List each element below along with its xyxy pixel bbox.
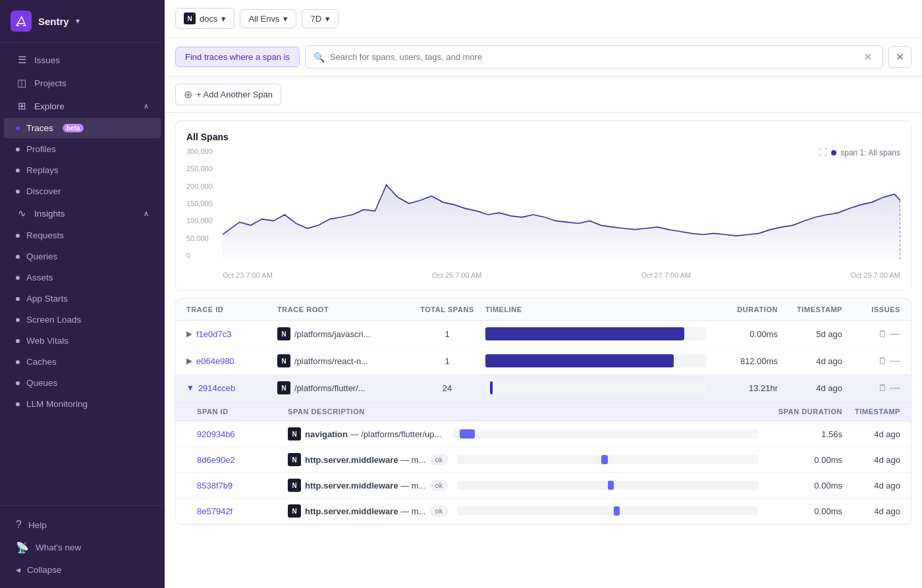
expand-row-button[interactable]: ▶ bbox=[186, 356, 192, 365]
sidebar-item-llm[interactable]: LLM Monitoring bbox=[4, 394, 161, 414]
trace-root-path: /platforms/flutter/... bbox=[294, 383, 366, 393]
y-label: 200,000 bbox=[186, 182, 223, 190]
sub-row: 8e57942f N http.server.middleware — m...… bbox=[176, 498, 911, 524]
chart-line-svg bbox=[223, 147, 900, 259]
y-label: 250,000 bbox=[186, 165, 223, 173]
trace-id-cell: ▼ 2914cceb bbox=[186, 383, 272, 393]
sidebar-item-requests[interactable]: Requests bbox=[4, 225, 161, 246]
span-timestamp-cell: 4d ago bbox=[848, 429, 900, 439]
span-id-link[interactable]: 8538f7b9 bbox=[197, 481, 232, 491]
trace-root-cell: N /platforms/javascri... bbox=[277, 327, 409, 340]
sidebar-item-projects[interactable]: ◫ Projects bbox=[4, 72, 161, 94]
col-timestamp: TIMESTAMP bbox=[783, 306, 842, 313]
sidebar-item-label: Issues bbox=[34, 55, 60, 65]
span-id-link[interactable]: 8e57942f bbox=[197, 506, 232, 516]
sidebar-item-whats-new[interactable]: 📡 What's new bbox=[4, 536, 161, 559]
y-label: 300,000 bbox=[186, 147, 223, 155]
sidebar-footer: ? Help 📡 What's new ◂ Collapse bbox=[0, 505, 165, 588]
sidebar-item-app-starts[interactable]: App Starts bbox=[4, 288, 161, 309]
search-input[interactable] bbox=[330, 52, 855, 62]
find-traces-button[interactable]: Find traces where a span is bbox=[175, 47, 300, 67]
active-dot bbox=[16, 126, 20, 130]
trace-root-path: /platforms/react-n... bbox=[294, 356, 368, 366]
span-id-link[interactable]: 8d6e90e2 bbox=[197, 455, 235, 465]
dot-icon bbox=[16, 234, 20, 238]
llm-label: LLM Monitoring bbox=[26, 399, 88, 409]
timeline-bar bbox=[485, 354, 674, 367]
span-desc-cell: N http.server.middleware — m... ok bbox=[288, 504, 758, 518]
env-selector[interactable]: All Envs ▾ bbox=[240, 9, 296, 28]
help-icon: ? bbox=[16, 519, 22, 531]
sidebar-item-discover[interactable]: Discover bbox=[4, 181, 161, 201]
dot-icon bbox=[16, 190, 20, 194]
sidebar-item-label: Projects bbox=[34, 78, 67, 88]
time-selector[interactable]: 7D ▾ bbox=[302, 9, 339, 28]
n-badge: N bbox=[277, 354, 290, 367]
dot-icon bbox=[16, 402, 20, 406]
issue-icon[interactable]: 🗒 bbox=[878, 356, 887, 366]
chart-y-axis: 300,000 250,000 200,000 150,000 100,000 … bbox=[186, 147, 223, 259]
project-selector[interactable]: N docs ▾ bbox=[175, 8, 234, 29]
span-id-link[interactable]: 920934b6 bbox=[197, 429, 235, 439]
sidebar-item-queues[interactable]: Queues bbox=[4, 373, 161, 393]
project-icon: N bbox=[184, 13, 196, 24]
issue-icon[interactable]: 🗒 bbox=[878, 383, 887, 393]
insights-icon: ∿ bbox=[16, 207, 28, 219]
spans-count: 1 bbox=[414, 329, 480, 339]
span-desc-cell: N navigation — /platforms/flutter/up... bbox=[288, 427, 758, 441]
col-issues: ISSUES bbox=[848, 306, 900, 313]
sidebar-insights-section[interactable]: ∿ Insights ∧ bbox=[4, 202, 161, 225]
profiles-label: Profiles bbox=[26, 144, 56, 154]
y-label: 100,000 bbox=[186, 217, 223, 225]
queues-label: Queues bbox=[26, 378, 57, 388]
clear-search-button[interactable]: ✕ bbox=[861, 51, 875, 63]
sub-row: 8538f7b9 N http.server.middleware — m...… bbox=[176, 473, 911, 498]
add-span-label: + Add Another Span bbox=[196, 90, 273, 99]
span-desc: http.server.middleware — m... bbox=[305, 455, 426, 465]
issue-icon[interactable]: 🗒 bbox=[878, 329, 887, 339]
sub-col-span-id: SPAN ID bbox=[197, 408, 283, 415]
sidebar-item-traces[interactable]: Traces beta bbox=[4, 118, 161, 138]
sidebar-item-screen-loads[interactable]: Screen Loads bbox=[4, 309, 161, 330]
expand-row-button[interactable]: ▶ bbox=[186, 329, 192, 338]
sidebar-item-caches[interactable]: Caches bbox=[4, 352, 161, 372]
col-trace-id: TRACE ID bbox=[186, 306, 272, 313]
n-badge: N bbox=[288, 504, 301, 518]
sidebar-item-assets[interactable]: Assets bbox=[4, 267, 161, 288]
fullscreen-button[interactable]: ⛶ bbox=[819, 147, 827, 157]
trace-id-link[interactable]: f1e0d7c3 bbox=[196, 329, 232, 339]
table-row: ▶ e064e980 N /platforms/react-n... 1 812… bbox=[176, 348, 911, 375]
span-duration-cell: 0.00ms bbox=[763, 455, 842, 465]
org-chevron[interactable]: ▾ bbox=[76, 16, 80, 26]
queries-label: Queries bbox=[26, 252, 57, 261]
sidebar-item-queries[interactable]: Queries bbox=[4, 246, 161, 267]
sidebar-item-replays[interactable]: Replays bbox=[4, 160, 161, 180]
sidebar-explore-section[interactable]: ⊞ Explore ∧ bbox=[4, 95, 161, 117]
trace-id-link[interactable]: e064e980 bbox=[196, 356, 234, 366]
y-label: 0 bbox=[186, 252, 223, 259]
trace-id-link[interactable]: 2914cceb bbox=[198, 383, 235, 393]
add-span-button[interactable]: ⊕ + Add Another Span bbox=[175, 84, 281, 105]
close-filter-button[interactable]: ✕ bbox=[888, 46, 911, 68]
chart-legend: ⛶ span 1: All spans bbox=[819, 147, 900, 157]
sidebar-item-profiles[interactable]: Profiles bbox=[4, 139, 161, 159]
chart-container: All Spans 300,000 250,000 200,000 150,00… bbox=[175, 120, 911, 290]
sidebar-item-help[interactable]: ? Help bbox=[4, 514, 161, 536]
sidebar-item-collapse[interactable]: ◂ Collapse bbox=[4, 559, 161, 580]
env-label: All Envs bbox=[248, 14, 279, 24]
sidebar-item-issues[interactable]: ☰ Issues bbox=[4, 49, 161, 71]
dot-icon bbox=[16, 297, 20, 301]
traces-label: Traces bbox=[26, 123, 53, 133]
org-name[interactable]: Sentry bbox=[38, 16, 69, 27]
spans-count: 24 bbox=[414, 383, 480, 393]
span-duration-cell: 0.00ms bbox=[763, 481, 842, 491]
ok-badge: ok bbox=[430, 454, 448, 465]
n-badge: N bbox=[277, 381, 290, 394]
dot-icon bbox=[16, 169, 20, 173]
col-duration: DURATION bbox=[712, 306, 778, 313]
issues-cell: 🗒 — bbox=[848, 328, 900, 340]
explore-chevron: ∧ bbox=[144, 102, 149, 111]
expand-row-button[interactable]: ▼ bbox=[186, 383, 194, 392]
chart-x-axis: Oct 23 7:00 AM Oct 25 7:00 AM Oct 27 7:0… bbox=[223, 271, 900, 279]
sidebar-item-web-vitals[interactable]: Web Vitals bbox=[4, 331, 161, 351]
